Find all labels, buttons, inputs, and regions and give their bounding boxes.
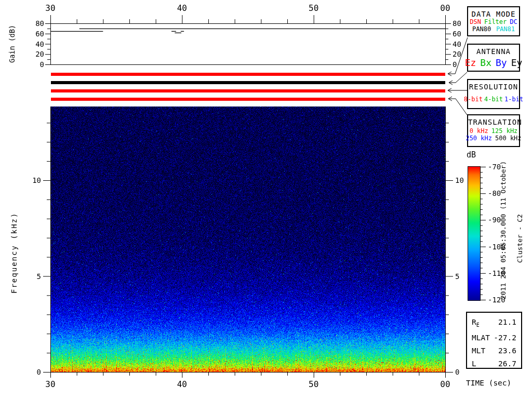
- data-mode-box: DATA MODE DSN Filter DC PAN80 PAN81: [467, 6, 520, 36]
- tick-label: 00: [440, 4, 450, 12]
- tick-label: 0: [455, 368, 459, 376]
- tick-label: -110: [488, 270, 506, 277]
- resolution-box: RESOLUTION 8-bit 4-bit 1-bit: [467, 79, 520, 109]
- antenna-bx: Bx: [480, 57, 491, 68]
- tick-label: -70: [488, 163, 501, 170]
- data-mode-pan80: PAN80: [472, 25, 491, 33]
- translation-125khz: 125 kHz: [491, 127, 518, 135]
- ephemeris-label-mlt: MLT: [472, 344, 485, 357]
- ephemeris-value-l: 26.7: [498, 357, 516, 370]
- tick-label: 50: [309, 4, 318, 12]
- timestamp-vertical-label: 2011 284 05:05:30.000 (11 October): [500, 161, 507, 299]
- tick-label: -100: [488, 243, 506, 250]
- resolution-1bit: 1-bit: [504, 96, 523, 103]
- ephemeris-label-re: RE: [472, 316, 480, 331]
- tick-label: 00: [440, 380, 450, 389]
- antenna-ez: Ez: [465, 57, 476, 68]
- tick-label: 0: [453, 61, 457, 68]
- data-mode-pan81: PAN81: [496, 25, 515, 33]
- frequency-y-axis-label: Frequency (kHz): [10, 212, 18, 294]
- time-axis-label: TIME (sec): [466, 379, 511, 387]
- resolution-4bit: 4-bit: [484, 96, 503, 103]
- data-mode-title: DATA MODE: [468, 7, 519, 18]
- ephemeris-value-re: 21.1: [498, 316, 516, 331]
- tick-label: 5: [37, 273, 41, 280]
- translation-box: TRANSLATION 0 kHz 125 kHz 250 kHz 500 kH…: [467, 114, 520, 147]
- tick-label: -80: [488, 190, 501, 197]
- translation-500khz: 500 kHz: [495, 135, 522, 142]
- data-mode-filter: Filter: [484, 18, 507, 25]
- antenna-title: ANTENNA: [468, 45, 519, 56]
- tick-label: 0: [40, 61, 44, 68]
- wbd-spectrogram-page: Gain (dB) Frequency (kHz) 2011 284 05:05…: [0, 0, 532, 399]
- spectrogram-canvas: [50, 107, 445, 372]
- ephemeris-row-mlt: MLT 23.6: [472, 344, 516, 357]
- data-mode-options-row2: PAN80 PAN81: [468, 25, 519, 33]
- tick-label: 10: [455, 177, 464, 184]
- resolution-options-row: 8-bit 4-bit 1-bit: [468, 96, 519, 103]
- resolution-8bit: 8-bit: [464, 96, 483, 103]
- data-mode-bar: [51, 73, 445, 76]
- resolution-title: RESOLUTION: [468, 80, 519, 91]
- tick-label: 40: [453, 41, 461, 48]
- translation-0khz: 0 kHz: [470, 127, 488, 135]
- tick-label: 60: [35, 30, 44, 37]
- ephemeris-value-mlt: 23.6: [498, 344, 516, 357]
- tick-label: 5: [455, 273, 459, 280]
- ephemeris-row-l: L 26.7: [472, 357, 516, 370]
- translation-options-row1: 0 kHz 125 kHz: [468, 127, 519, 135]
- translation-250khz: 250 kHz: [466, 135, 492, 142]
- colorbar-db-label: dB: [467, 150, 476, 159]
- ephemeris-label-mlat: MLAT: [472, 331, 490, 344]
- ephemeris-row-re: RE 21.1: [472, 316, 516, 331]
- tick-label: -120: [488, 296, 506, 303]
- resolution-bar: [51, 89, 445, 92]
- tick-label: 20: [453, 50, 461, 58]
- data-mode-dsn: DSN: [470, 18, 481, 25]
- antenna-box: ANTENNA Ez Bx By Ey: [467, 44, 520, 72]
- tick-label: 60: [453, 30, 461, 37]
- tick-label: 50: [309, 380, 318, 389]
- tick-label: 10: [32, 177, 41, 184]
- tick-label: 30: [45, 380, 55, 389]
- colorbar-gradient: [468, 166, 481, 301]
- tick-label: 40: [177, 4, 187, 12]
- legend-connector-arrows: [448, 37, 468, 115]
- tick-label: 20: [35, 50, 44, 58]
- tick-label: 40: [35, 41, 44, 48]
- translation-bar: [51, 98, 445, 101]
- spacecraft-vertical-label: Cluster - C2: [516, 214, 523, 263]
- tick-label: 80: [453, 20, 461, 27]
- antenna-options-row: Ez Bx By Ey: [468, 57, 519, 68]
- ephemeris-box: RE 21.1 MLAT -27.2 MLT 23.6 L 26.7: [466, 312, 522, 369]
- data-mode-options-row1: DSN Filter DC: [468, 18, 519, 25]
- ephemeris-row-mlat: MLAT -27.2: [472, 331, 516, 344]
- antenna-ey: Ey: [511, 57, 523, 68]
- data-mode-dc: DC: [510, 18, 517, 25]
- tick-label: 0: [37, 368, 41, 376]
- translation-title: TRANSLATION: [468, 115, 519, 126]
- translation-options-row2: 250 kHz 500 kHz: [468, 135, 519, 142]
- tick-label: 80: [35, 20, 44, 27]
- ephemeris-value-mlat: -27.2: [494, 331, 516, 344]
- tick-label: 30: [45, 4, 55, 12]
- tick-label: -90: [488, 216, 501, 223]
- gain-y-axis-label: Gain (dB): [9, 25, 16, 63]
- antenna-by: By: [496, 57, 507, 68]
- antenna-bar: [51, 81, 445, 84]
- tick-label: 40: [177, 380, 187, 389]
- ephemeris-label-l: L: [472, 357, 476, 370]
